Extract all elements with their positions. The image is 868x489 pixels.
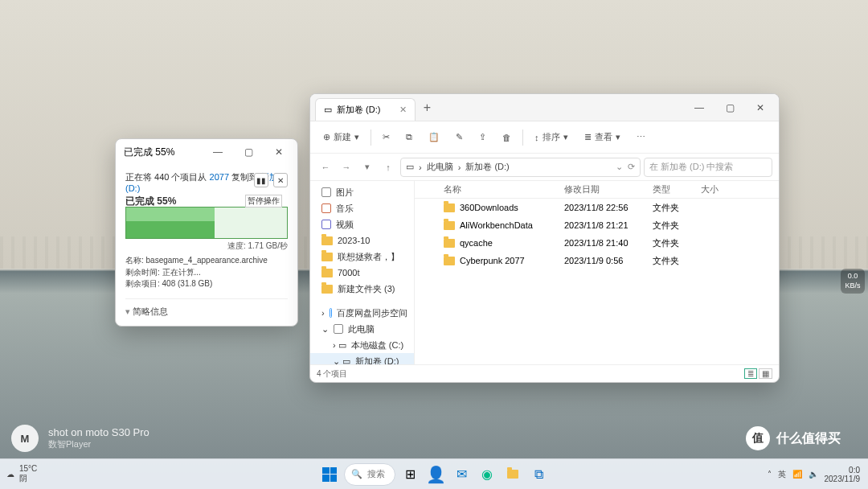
explorer-maximize-button[interactable]: ▢ (714, 95, 745, 121)
sidebar-item-thispc[interactable]: ⌄ 此电脑 (310, 321, 414, 337)
column-headers[interactable]: 名称 修改日期 类型 大小 (415, 181, 779, 199)
explorer-window[interactable]: ▭ 新加卷 (D:) ✕ + — ▢ ✕ ⊕ 新建 ▾ ✂ ⧉ 📋 ✎ ⇪ 🗑 … (309, 93, 780, 383)
pc-icon (334, 324, 343, 334)
video-icon (321, 220, 331, 229)
more-button[interactable]: ⋯ (630, 129, 652, 146)
sidebar-item-video[interactable]: 视频 (310, 216, 414, 232)
col-date[interactable]: 修改日期 (559, 183, 648, 195)
start-button[interactable] (318, 463, 341, 486)
file-row[interactable]: qycache2023/11/8 21:40文件夹 (415, 234, 779, 252)
copy-progress-window[interactable]: 已完成 55% — ▢ ✕ 正在将 440 个项目从 2077 复制到 新加卷 … (115, 138, 298, 327)
paste-button[interactable]: 📋 (422, 129, 446, 146)
taskbar-app-avatar[interactable]: 👤 (424, 463, 447, 486)
view-button[interactable]: ≣ 查看 ▾ (578, 128, 627, 146)
copy-speed-graph: 暂停操作 (125, 207, 288, 239)
task-view-button[interactable]: ⊞ (399, 463, 421, 486)
sidebar-item-newfolder[interactable]: 新建文件夹 (3) (310, 281, 414, 297)
file-row[interactable]: AliWorkbenchData2023/11/8 21:21文件夹 (415, 216, 779, 234)
copy-speed: 速度: 1.71 GB/秒 (125, 240, 288, 252)
taskbar-app-mail[interactable]: ✉ (450, 463, 473, 486)
copy-close-button[interactable]: ✕ (264, 139, 294, 165)
share-button[interactable]: ⇪ (473, 129, 493, 146)
delete-button[interactable]: 🗑 (496, 129, 518, 146)
copy-pause-button[interactable]: ▮▮ (254, 173, 268, 187)
explorer-navbar: ← → ▾ ↑ ▭ › 此电脑 › 新加卷 (D:) ⌄ ⟳ 在 新加卷 (D:… (310, 154, 779, 181)
clock[interactable]: 0:02023/11/9 (825, 466, 861, 483)
copy-button[interactable]: ⧉ (399, 129, 419, 146)
nav-back-button[interactable]: ← (317, 158, 334, 176)
sidebar-item-baidu[interactable]: › 百度网盘同步空间 (310, 305, 414, 321)
taskbar[interactable]: ☁ 15°C阴 🔍搜索 ⊞ 👤 ✉ ◉ ⧉ ˄ 英 📶 🔈 0:02023/11… (0, 458, 868, 489)
explorer-close-button[interactable]: ✕ (745, 95, 776, 121)
smzdm-logo-icon: 值 (746, 426, 770, 450)
copy-minimize-button[interactable]: — (203, 139, 233, 165)
copy-src-link[interactable]: 2077 (210, 172, 229, 182)
file-row[interactable]: Cyberpunk 20772023/11/9 0:56文件夹 (415, 252, 779, 269)
new-tab-button[interactable]: + (416, 101, 438, 115)
sidebar-item-cdrive[interactable]: › ▭ 本地磁盘 (C:) (310, 337, 414, 353)
tab-title: 新加卷 (D:) (337, 104, 380, 116)
taskbar-app-explorer[interactable] (502, 463, 524, 486)
camera-watermark: M shot on moto S30 Pro 数智Player (11, 425, 149, 452)
nav-up-button[interactable]: ↑ (379, 158, 397, 176)
cut-button[interactable]: ✂ (376, 129, 396, 146)
new-button[interactable]: ⊕ 新建 ▾ (317, 128, 366, 146)
sidebar-item-7000t[interactable]: 7000t (310, 265, 414, 281)
sort-button[interactable]: ↕ 排序 ▾ (528, 128, 575, 146)
tab-close-icon[interactable]: ✕ (399, 105, 407, 115)
crumb-thispc[interactable]: 此电脑 (427, 161, 453, 173)
sidebar-item-music[interactable]: 音乐 (310, 200, 414, 216)
system-tray[interactable]: ˄ 英 📶 🔈 0:02023/11/9 (768, 466, 861, 483)
sidebar-item-2023-10[interactable]: 2023-10 (310, 232, 414, 249)
nav-forward-button[interactable]: → (338, 158, 355, 176)
chevron-down-icon[interactable]: ⌄ (616, 162, 623, 172)
crumb-drive[interactable]: 新加卷 (D:) (465, 161, 509, 173)
col-type[interactable]: 类型 (648, 183, 696, 195)
weather-widget[interactable]: ☁ 15°C阴 (6, 464, 37, 484)
explorer-minimize-button[interactable]: — (684, 95, 714, 121)
folder-icon (321, 253, 333, 261)
folder-icon (507, 470, 518, 479)
tray-chevron-icon[interactable]: ˄ (768, 470, 772, 479)
folder-icon (321, 285, 333, 294)
folder-icon (444, 239, 455, 248)
view-large-icon[interactable]: ▦ (759, 368, 772, 379)
taskbar-app-store[interactable]: ⧉ (527, 463, 550, 486)
col-size[interactable]: 大小 (696, 183, 736, 195)
refresh-icon[interactable]: ⟳ (628, 162, 635, 172)
file-list[interactable]: 名称 修改日期 类型 大小 360Downloads2023/11/8 22:5… (415, 181, 779, 364)
address-bar[interactable]: ▭ › 此电脑 › 新加卷 (D:) ⌄ ⟳ (400, 158, 641, 177)
view-details-icon[interactable]: ≣ (744, 368, 757, 379)
explorer-toolbar: ⊕ 新建 ▾ ✂ ⧉ 📋 ✎ ⇪ 🗑 ↕ 排序 ▾ ≣ 查看 ▾ ⋯ (310, 121, 779, 154)
explorer-statusbar: 4 个项目 ≣ ▦ (310, 364, 779, 382)
netspeed-widget[interactable]: 0.0 KB/s (841, 269, 865, 294)
folder-icon (321, 269, 333, 277)
drive-icon: ▭ (406, 162, 414, 172)
sidebar-item-lenovo[interactable]: 联想拯救者，】 (310, 249, 414, 265)
explorer-tab-active[interactable]: ▭ 新加卷 (D:) ✕ (315, 98, 416, 121)
file-row[interactable]: 360Downloads2023/11/8 22:56文件夹 (415, 199, 779, 216)
music-icon (321, 203, 331, 213)
sidebar-item-pictures[interactable]: 图片 (310, 184, 414, 200)
folder-icon (444, 257, 455, 265)
taskbar-search[interactable]: 🔍搜索 (344, 463, 395, 486)
drive-icon: ▭ (324, 105, 332, 115)
nav-recent-button[interactable]: ▾ (358, 158, 376, 176)
copy-details-toggle[interactable]: 简略信息 (125, 298, 288, 318)
taskbar-app-edge[interactable]: ◉ (476, 463, 498, 486)
search-icon: 🔍 (351, 469, 362, 479)
volume-icon[interactable]: 🔈 (809, 470, 818, 479)
rename-button[interactable]: ✎ (449, 129, 469, 146)
col-name[interactable]: 名称 (439, 183, 559, 195)
folder-icon (321, 236, 333, 245)
explorer-tabstrip: ▭ 新加卷 (D:) ✕ + — ▢ ✕ (310, 94, 779, 121)
copy-titlebar[interactable]: 已完成 55% — ▢ ✕ (116, 139, 297, 165)
sidebar-item-ddrive[interactable]: ⌄ ▭ 新加卷 (D:) (310, 353, 414, 364)
folder-icon (444, 203, 455, 212)
copy-maximize-button[interactable]: ▢ (233, 139, 264, 165)
wifi-icon[interactable]: 📶 (792, 470, 802, 479)
copy-cancel-button[interactable]: ✕ (273, 173, 288, 187)
ime-indicator[interactable]: 英 (778, 469, 786, 480)
explorer-sidebar[interactable]: 图片 音乐 视频 2023-10 联想拯救者，】 7000t 新建文件夹 (3)… (310, 181, 415, 364)
search-input[interactable]: 在 新加卷 (D:) 中搜索 (644, 158, 772, 177)
